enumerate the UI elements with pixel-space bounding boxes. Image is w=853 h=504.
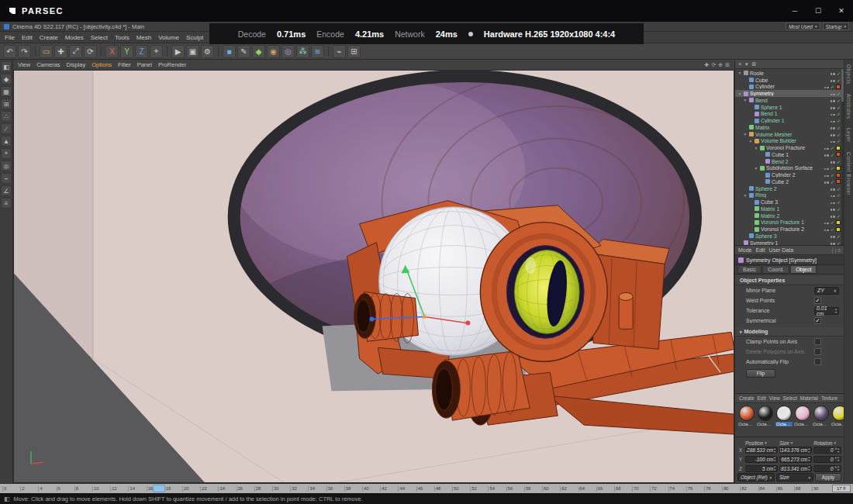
timeline-tick[interactable]: 2 — [20, 486, 38, 492]
menu-edit[interactable]: Edit — [22, 34, 33, 41]
timeline-tick[interactable]: 74 — [668, 486, 686, 492]
delete-polygons-on-axis-checkbox[interactable] — [814, 348, 821, 355]
timeline-tick[interactable]: 50 — [452, 486, 470, 492]
material-tab-edit[interactable]: Edit — [758, 395, 766, 401]
visibility-dots-icon[interactable] — [830, 240, 835, 245]
visibility-dots-icon[interactable] — [830, 199, 835, 205]
material-tab-material[interactable]: Material — [800, 395, 818, 401]
attr-tab-userdata[interactable]: User Data — [769, 247, 794, 253]
attr-subtab-object[interactable]: Object — [790, 265, 817, 274]
timeline-tick[interactable]: 14 — [128, 486, 146, 492]
deformer-bend-icon[interactable]: ◎ — [281, 45, 295, 58]
rotation-field-z[interactable]: 0 °▴▾ — [813, 465, 841, 472]
object-row-voronoi-fracture-1[interactable]: Voronoi Fracture 1✓ — [735, 219, 844, 226]
object-row-cube-1[interactable]: Cube 1✓ — [735, 151, 844, 158]
expand-arrow-icon[interactable]: ▾ — [737, 91, 742, 96]
position-field-y[interactable]: -100 cm▴▾ — [745, 456, 778, 463]
object-row-voronoi-fracture[interactable]: ▾Voronoi Fracture✓ — [735, 144, 844, 151]
visibility-dots-icon[interactable] — [830, 192, 835, 198]
timeline-tick[interactable]: 10 — [92, 486, 110, 492]
texture-mode-icon[interactable]: ▦ — [1, 86, 12, 97]
material-tab-view[interactable]: View — [769, 395, 780, 401]
attr-tab-edit[interactable]: Edit — [756, 247, 765, 253]
enable-check-icon[interactable]: ✓ — [837, 199, 841, 205]
material-thumbnail[interactable] — [813, 406, 829, 421]
primitive-cube-icon[interactable]: ■ — [223, 45, 236, 58]
render-view-icon[interactable]: ▶ — [171, 45, 185, 58]
live-selection-icon[interactable]: ▭ — [40, 45, 53, 58]
visibility-dots-icon[interactable] — [830, 98, 835, 103]
viewport-menu-display[interactable]: Display — [67, 61, 86, 68]
timeline-tick[interactable]: 38 — [344, 486, 362, 492]
attr-subtab-basic[interactable]: Basic — [737, 265, 761, 274]
viewport-3d-view[interactable] — [13, 71, 734, 483]
timeline-tick[interactable]: 20 — [182, 486, 200, 492]
viewport-menu-view[interactable]: View — [18, 61, 30, 68]
expand-arrow-icon[interactable]: ▾ — [748, 139, 753, 143]
expand-arrow-icon[interactable]: ▾ — [743, 132, 748, 136]
object-row-matrix[interactable]: Matrix✓ — [735, 124, 844, 131]
render-picture-viewer-icon[interactable]: ▣ — [186, 45, 199, 58]
material-thumbnail[interactable] — [776, 406, 792, 421]
enable-check-icon[interactable]: ✓ — [837, 98, 841, 103]
timeline-tick[interactable]: 84 — [758, 486, 776, 492]
panel-tab-attributes[interactable]: Attributes — [846, 94, 851, 119]
visibility-dots-icon[interactable] — [830, 91, 835, 96]
visibility-dots-icon[interactable] — [830, 111, 835, 116]
object-row-cylinder-1[interactable]: Cylinder 1✓ — [735, 117, 844, 124]
material-tab-create[interactable]: Create — [739, 395, 755, 401]
move-icon[interactable]: ✚ — [54, 45, 67, 58]
visibility-dots-icon[interactable] — [830, 78, 835, 83]
enable-check-icon[interactable]: ✓ — [837, 118, 841, 123]
viewport-menu-filter[interactable]: Filter — [118, 61, 131, 68]
axis-z-lock-icon[interactable]: Z — [135, 45, 148, 58]
object-row-bend[interactable]: ▾Bend✓ — [735, 97, 844, 104]
menu-create[interactable]: Create — [40, 34, 58, 41]
menu-file[interactable]: File — [5, 34, 15, 41]
pan-icon[interactable]: ✚ — [705, 62, 710, 68]
timeline-tick[interactable]: 26 — [237, 486, 254, 492]
coordinate-system-icon[interactable]: ⌖ — [150, 45, 163, 58]
snap-settings-icon[interactable]: ⌁ — [333, 45, 346, 58]
weld-points-checkbox[interactable]: ✓ — [814, 297, 821, 304]
timeline-tick[interactable]: 86 — [776, 486, 794, 492]
timeline-tick[interactable]: 68 — [614, 486, 632, 492]
mirror-plane-select[interactable]: ZY▾ — [814, 287, 839, 295]
size-field-z[interactable]: 1813.341 cm▴▾ — [779, 465, 812, 472]
object-row-sphere-3[interactable]: Sphere 3✓ — [735, 233, 844, 240]
menu-tools[interactable]: Tools — [115, 34, 130, 41]
attr-tab-mode[interactable]: Mode — [738, 247, 752, 253]
enable-check-icon[interactable]: ✓ — [837, 78, 841, 83]
toggle-views-icon[interactable]: ⊞ — [725, 62, 730, 68]
material-tab-select[interactable]: Select — [783, 395, 797, 401]
timeline-tick[interactable]: 46 — [416, 486, 434, 492]
enable-check-icon[interactable]: ✓ — [831, 165, 834, 171]
sort-icon[interactable]: ▾ — [745, 61, 748, 67]
object-row-cube-2[interactable]: Cube 2✓ — [735, 178, 844, 185]
points-mode-icon[interactable]: ∴ — [1, 111, 12, 122]
enable-check-icon[interactable]: ✓ — [837, 186, 841, 192]
viewport-menu-prorender[interactable]: ProRender — [158, 61, 186, 68]
timeline-tick[interactable]: 60 — [542, 486, 560, 492]
automatically-flip-checkbox[interactable] — [814, 358, 821, 365]
position-field-z[interactable]: 5 cm▴▾ — [745, 465, 778, 472]
timeline-tick[interactable]: 54 — [488, 486, 506, 492]
material-thumbnail[interactable] — [795, 406, 810, 421]
undo-icon[interactable]: ↶ — [3, 45, 16, 58]
enable-check-icon[interactable]: ✓ — [837, 192, 841, 198]
timeline-tick[interactable]: 62 — [560, 486, 578, 492]
timeline-tick[interactable]: 0 — [2, 486, 20, 492]
locked-workplane-icon[interactable]: ≡ — [1, 198, 12, 209]
maximize-button[interactable]: ☐ — [806, 0, 830, 22]
position-field-x[interactable]: -288.533 cm▴▾ — [745, 447, 778, 454]
object-row-sphere-2[interactable]: Sphere 2✓ — [735, 185, 844, 192]
material-item-octane-1[interactable]: Octane 1 — [738, 406, 755, 426]
coord-header-size[interactable]: Size▾ — [779, 440, 812, 446]
rotate-icon[interactable]: ⟳ — [84, 45, 97, 58]
section-modeling[interactable]: ▾ Modeling — [735, 327, 844, 337]
viewport-menu-cameras[interactable]: Cameras — [36, 61, 60, 68]
enable-check-icon[interactable]: ✓ — [837, 206, 841, 212]
options-icon[interactable]: ⊞ — [752, 61, 757, 67]
timeline-tick[interactable]: 88 — [794, 486, 812, 492]
mograph-cloner-icon[interactable]: ⁂ — [296, 45, 309, 58]
